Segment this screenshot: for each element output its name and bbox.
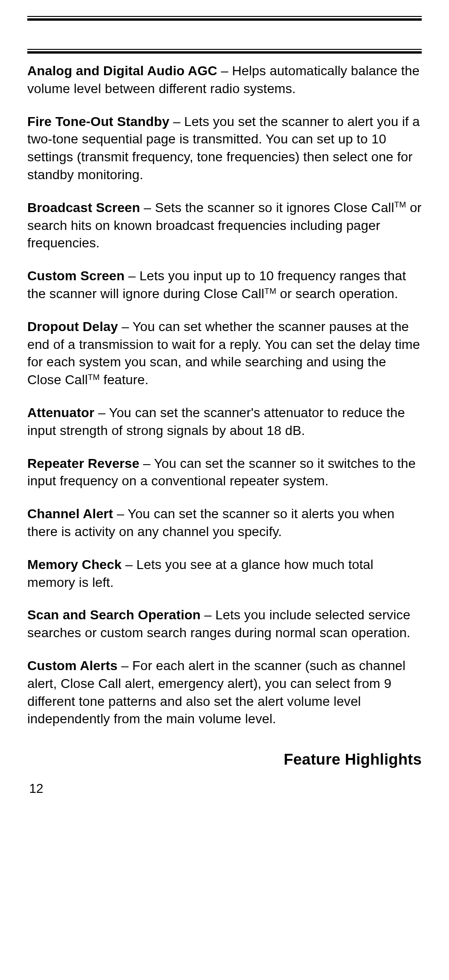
feature-term: Fire Tone-Out Standby [27,114,169,129]
feature-term: Custom Alerts [27,658,118,673]
feature-description-post: or search operation. [276,286,398,301]
separator: – [125,269,139,283]
rule-thick [27,51,422,54]
separator: – [118,658,132,673]
separator: – [140,200,155,215]
feature-entry: Fire Tone-Out Standby – Lets you set the… [27,113,422,184]
feature-term: Dropout Delay [27,319,118,334]
feature-entry: Repeater Reverse – You can set the scann… [27,455,422,490]
trademark-icon: TM [88,372,100,382]
page-number: 12 [27,782,422,796]
separator: – [118,319,133,334]
trademark-icon: TM [394,200,406,209]
feature-term: Channel Alert [27,506,113,521]
top-rule-group-1 [27,16,422,21]
feature-entry: Custom Screen – Lets you input up to 10 … [27,267,422,303]
top-rule-group-2 [27,49,422,54]
trademark-icon: TM [265,286,276,296]
feature-entry: Custom Alerts – For each alert in the sc… [27,657,422,728]
document-page: Analog and Digital Audio AGC – Helps aut… [0,16,449,820]
separator: – [169,114,184,129]
feature-entry: Broadcast Screen – Sets the scanner so i… [27,199,422,252]
feature-entry: Attenuator – You can set the scanner's a… [27,404,422,440]
feature-term: Analog and Digital Audio AGC [27,63,217,78]
feature-description-post: feature. [100,372,149,387]
feature-list: Analog and Digital Audio AGC – Helps aut… [27,62,422,728]
separator: – [200,608,215,622]
feature-term: Custom Screen [27,269,125,283]
separator: – [217,63,232,78]
footer-section-title: Feature Highlights [27,751,422,768]
feature-term: Repeater Reverse [27,456,139,471]
feature-term: Broadcast Screen [27,200,140,215]
separator: – [113,506,128,521]
feature-term: Memory Check [27,557,121,572]
separator: – [121,557,136,572]
feature-entry: Dropout Delay – You can set whether the … [27,318,422,389]
separator: – [95,405,109,420]
feature-description-pre: Sets the scanner so it ignores Close Cal… [155,200,394,215]
feature-term: Scan and Search Operation [27,608,200,622]
feature-entry: Memory Check – Lets you see at a glance … [27,556,422,592]
feature-entry: Channel Alert – You can set the scanner … [27,505,422,541]
feature-entry: Scan and Search Operation – Lets you inc… [27,606,422,642]
separator: – [139,456,154,471]
feature-entry: Analog and Digital Audio AGC – Helps aut… [27,62,422,98]
feature-term: Attenuator [27,405,95,420]
